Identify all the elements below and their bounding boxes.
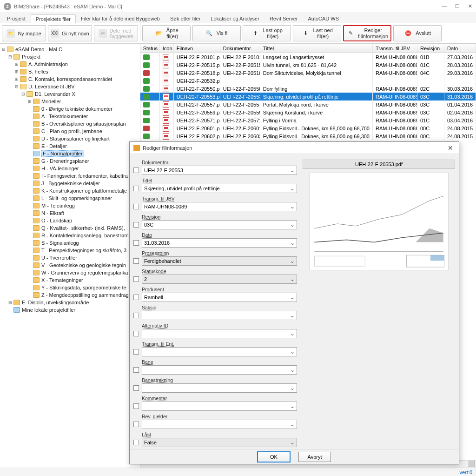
expand-icon[interactable]: ⊞ — [7, 300, 13, 305]
share-button[interactable]: ⇄Dele med Byggeweb — [94, 25, 138, 41]
col-icon[interactable]: Icon — [160, 44, 174, 53]
tree-node[interactable]: A - Tekstdokumenter — [1, 113, 139, 120]
expand-icon[interactable]: ⊟ — [1, 47, 6, 52]
table-row[interactable]: UEH-22-F-20550.pdfUEH-22-F-20550Dorr fyl… — [140, 85, 476, 93]
close-icon[interactable]: ✕ — [468, 3, 472, 9]
menu-tab-4[interactable]: Lokaliser og Analyser — [205, 14, 264, 23]
expand-icon[interactable]: ⊞ — [14, 69, 19, 74]
download-button[interactable]: ⬇Last ned fil(er) — [293, 25, 341, 41]
tree-node[interactable]: ⊞C. Kontrakt, korrespondanseområdet — [1, 75, 139, 83]
tree-node[interactable]: V - Geotekniske og geologiske tegnin — [1, 261, 139, 269]
menu-tab-0[interactable]: Prosjekt — [2, 14, 31, 23]
cancel-button[interactable]: Avbryt — [298, 452, 331, 462]
field-input[interactable] — [142, 365, 297, 375]
expand-icon[interactable]: ⊞ — [14, 62, 19, 67]
tree-node[interactable]: ⊟Prosjekt — [1, 53, 139, 60]
scroll-thumb[interactable] — [469, 461, 475, 467]
table-row[interactable]: UEH-22-F-20553.pdfUEH-22-F-20553Skjæring… — [140, 93, 476, 101]
tree-node[interactable]: Y - Stikningsdata, sporgeometriske te — [1, 284, 139, 291]
tree-node[interactable]: H - VA-ledninger — [1, 165, 139, 172]
menu-tab-3[interactable]: Søk etter filer — [165, 14, 205, 23]
maximize-icon[interactable]: ☐ — [455, 3, 460, 9]
field-input[interactable]: 2 — [142, 275, 297, 284]
tree-node[interactable]: R - Kontaktledningsanlegg, banestrøm — [1, 232, 139, 239]
field-input[interactable] — [142, 402, 297, 411]
edit-fileinfo-button[interactable]: ✎Rediger filinformasjon — [343, 25, 391, 41]
table-row[interactable]: UEH-22-F-20518.pdfUEH-22-F-20518Dorr Sik… — [140, 69, 476, 77]
dialog-close-icon[interactable]: ✕ — [446, 144, 455, 152]
field-checkbox[interactable] — [133, 168, 139, 173]
field-checkbox[interactable] — [133, 186, 139, 191]
table-row[interactable]: UEH-22-F-20571.pdfUEH-22-F-20571Fylling … — [140, 116, 476, 124]
field-checkbox[interactable] — [133, 440, 139, 445]
tree-node[interactable]: J - Byggetekniske detaljer — [1, 180, 139, 187]
tree-node[interactable]: F - Normalprofiler — [1, 150, 139, 157]
field-input[interactable] — [142, 420, 297, 429]
table-row[interactable]: UEH-22-F-20601.pdfUEH-22-F-20601Fylling … — [140, 124, 476, 132]
menu-tab-2[interactable]: Filer klar for å dele med Byggeweb — [76, 14, 165, 23]
field-checkbox[interactable] — [133, 204, 139, 209]
minimize-icon[interactable]: — — [442, 3, 447, 9]
field-input[interactable] — [142, 383, 297, 393]
field-checkbox[interactable] — [133, 385, 139, 391]
expand-icon[interactable]: ⊟ — [20, 92, 26, 96]
ok-button[interactable]: OK — [258, 452, 290, 462]
col-dato[interactable]: Dato — [444, 44, 476, 53]
tree-node[interactable]: U - Tverrprofiler — [1, 254, 139, 261]
field-checkbox[interactable] — [133, 349, 139, 355]
tree-node[interactable]: ⊟eSAM Demo - Mal C — [1, 46, 139, 53]
col-filnavn[interactable]: Filnavn — [174, 44, 220, 53]
tree-node[interactable]: I - Føringsveier, fundamenter, kabeltra — [1, 172, 139, 180]
table-row[interactable]: UEH-22-F-20557.pdfUEH-22-F-20557Portal, … — [140, 101, 476, 108]
tree-node[interactable]: X - Temategninger — [1, 276, 139, 284]
field-checkbox[interactable] — [133, 367, 139, 373]
field-checkbox[interactable] — [133, 258, 139, 264]
col-dok[interactable]: Dokumentnr. — [220, 44, 260, 53]
tree-node[interactable]: Z - Mengdeoppstilling og sammendrag — [1, 291, 139, 299]
tree-node[interactable]: E - Detaljer — [1, 142, 139, 150]
col-rev[interactable]: Revisjon — [417, 44, 444, 53]
col-tittel[interactable]: Tittel — [260, 44, 373, 53]
expand-icon[interactable]: ⊞ — [14, 77, 19, 81]
tree-node[interactable]: ⊞B. Felles — [1, 68, 139, 75]
tree-node[interactable]: 0 - Øvrige tekniske dokumenter — [1, 105, 139, 113]
tree-node[interactable]: S - Signalanlegg — [1, 239, 139, 247]
rename-button[interactable]: XXIGi nytt navn — [48, 25, 92, 41]
field-input[interactable]: Skjæring, utvidet profil på rettlinje — [142, 184, 297, 193]
table-row[interactable]: UEH-22-F-20559.pdfUEH-22-F-20559Skjæring… — [140, 108, 476, 116]
field-checkbox[interactable] — [133, 240, 139, 246]
table-row[interactable]: UEH-22-F-20532.pdf — [140, 77, 476, 85]
tree-node[interactable]: C - Plan og profil, jernbane — [1, 127, 139, 135]
expand-icon[interactable]: ⊟ — [7, 54, 13, 59]
field-input[interactable] — [142, 347, 297, 356]
tree-node[interactable]: ⊞Modeller — [1, 98, 139, 105]
view-file-button[interactable]: 🔍Vis fil — [192, 25, 241, 41]
field-input[interactable]: 03C — [142, 220, 297, 229]
tree-node[interactable]: ⊟D1. Leverandør X — [1, 90, 139, 98]
field-checkbox[interactable] — [133, 331, 139, 336]
tree-node[interactable]: D - Stasjonsplaner og linjekart — [1, 135, 139, 142]
tree-node[interactable]: K - Konstruksjoner og plattformdetalje — [1, 187, 139, 194]
tree-node[interactable]: M - Teleanlegg — [1, 202, 139, 209]
field-checkbox[interactable] — [133, 313, 139, 318]
tree-node[interactable]: O - Landskap — [1, 217, 139, 224]
menu-tab-5[interactable]: Revit Server — [264, 14, 303, 23]
tree-node[interactable]: B - Oversiktsplaner og situasjonsplan — [1, 120, 139, 127]
field-input[interactable]: UEH-22-F-20553 — [142, 166, 297, 175]
field-input[interactable]: False — [142, 438, 297, 447]
table-row[interactable]: UEH-22-F-20101.pdfUEH-22-F-20101Langset … — [140, 53, 476, 61]
menu-tab-6[interactable]: AutoCAD WS — [303, 14, 344, 23]
table-row[interactable]: UEH-22-F-20515.pdfUEH-22-F-20515Ulvin tu… — [140, 61, 476, 69]
field-input[interactable] — [142, 329, 297, 338]
tree-node[interactable]: L - Skilt- og oppmerkingsplaner — [1, 194, 139, 202]
field-checkbox[interactable] — [133, 222, 139, 228]
tree-node[interactable]: ⊞E. Displin, utvekslingsområde — [1, 299, 139, 306]
expand-icon[interactable]: ⊟ — [14, 84, 19, 89]
menu-tab-1[interactable]: Prosjektets filer — [31, 14, 76, 23]
table-row[interactable]: UEH-22-F-20602.pdfUEH-22-F-20602Fylling … — [140, 132, 476, 140]
field-input[interactable]: Ferdigbehandlet — [142, 256, 297, 266]
tree-node[interactable]: G - Dreneringsplaner — [1, 157, 139, 165]
field-input[interactable]: 31.03.2016 — [142, 238, 297, 248]
tree-node[interactable]: ⊟D. Leveranse til JBV — [1, 83, 139, 90]
tree-node[interactable]: Mine lokale prosjektfiler — [1, 306, 139, 314]
